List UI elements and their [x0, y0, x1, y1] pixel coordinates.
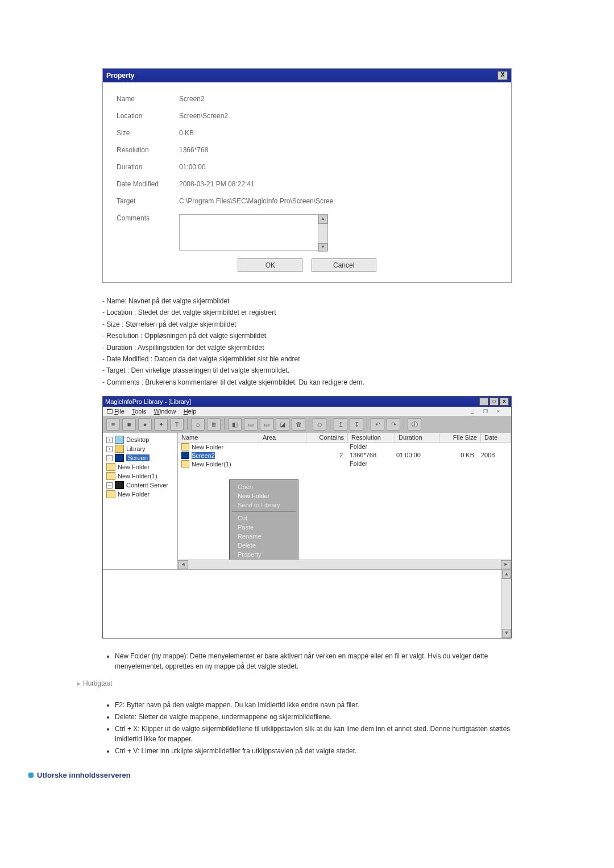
- col-resolution[interactable]: Resolution: [348, 433, 395, 442]
- section-heading: Utforske innholdsserveren: [28, 771, 512, 779]
- collapse-icon[interactable]: −: [106, 455, 113, 461]
- toolbar-btn-13[interactable]: ◇: [313, 418, 326, 431]
- minimize-icon[interactable]: _: [479, 398, 488, 406]
- list-row[interactable]: New Folder(1) Folder: [178, 460, 511, 468]
- toolbar-btn-9[interactable]: ▭: [244, 418, 258, 431]
- app-title: MagicInfoPro Library - [Library]: [105, 398, 191, 405]
- hotkey-ctrl-x: Ctrl + X: Klipper ut de valgte skjermbil…: [115, 724, 512, 744]
- toolbar: ≡ ■ ● ✦ T ⌂ 🗎 ◧ ▭ ▭ ◪ 🗑 ◇ ↥ ↧ ↶ ↷ ⓘ: [103, 416, 511, 433]
- scroll-left-icon[interactable]: ◄: [178, 560, 188, 569]
- list-row[interactable]: New Folder Folder: [178, 443, 511, 451]
- def-comments: - Comments : Brukerens kommentarer til d…: [102, 377, 512, 388]
- preview-pane: ▲ ▼: [103, 569, 511, 638]
- folder-icon: [181, 460, 189, 468]
- col-file-size[interactable]: File Size: [439, 433, 481, 442]
- tree-cs-new-folder[interactable]: New Folder: [118, 491, 150, 498]
- toolbar-btn-11[interactable]: ◪: [276, 418, 289, 431]
- comments-scrollbar[interactable]: ▲ ▼: [318, 215, 327, 250]
- ok-button[interactable]: OK: [238, 258, 302, 272]
- tree-library[interactable]: Library: [126, 445, 146, 452]
- close-icon[interactable]: X: [497, 71, 508, 80]
- maximize-icon[interactable]: □: [489, 398, 499, 406]
- mdi-close-icon[interactable]: ×: [497, 408, 500, 414]
- toolbar-btn-16[interactable]: ↶: [371, 418, 384, 431]
- ctx-send-to-library[interactable]: Send to Library: [230, 500, 298, 510]
- close-icon[interactable]: X: [500, 398, 509, 406]
- folder-icon: [106, 463, 115, 471]
- label-duration: Duration: [117, 163, 179, 171]
- toolbar-btn-2[interactable]: ■: [122, 418, 136, 431]
- ctx-delete[interactable]: Delete: [230, 541, 298, 550]
- scroll-down-icon[interactable]: ▼: [318, 243, 327, 252]
- ctx-cut[interactable]: Cut: [230, 514, 298, 523]
- folder-tree[interactable]: +Desktop +Library −Screen New Folder New…: [103, 433, 178, 569]
- col-contains[interactable]: Contains: [306, 433, 348, 442]
- collapse-icon[interactable]: −: [106, 482, 113, 489]
- toolbar-separator: [330, 418, 330, 429]
- list-row[interactable]: Screen2 2 1366*768 01:00:00 0 KB 2008: [178, 451, 511, 460]
- col-name[interactable]: Name: [178, 433, 259, 442]
- tree-screen[interactable]: Screen: [126, 454, 150, 461]
- toolbar-btn-6[interactable]: ⌂: [191, 418, 205, 431]
- col-duration[interactable]: Duration: [395, 433, 439, 442]
- library-icon: [115, 445, 124, 453]
- ctx-paste[interactable]: Paste: [230, 523, 298, 532]
- scroll-right-icon[interactable]: ►: [501, 560, 511, 569]
- toolbar-btn-12[interactable]: 🗑: [292, 418, 305, 431]
- toolbar-btn-15[interactable]: ↧: [350, 418, 363, 431]
- toolbar-btn-10[interactable]: ▭: [260, 418, 273, 431]
- menu-window[interactable]: Window: [154, 408, 176, 415]
- dialog-title: Property: [106, 72, 134, 80]
- ctx-rename[interactable]: Rename: [230, 532, 298, 541]
- value-size: 0 KB: [179, 129, 194, 137]
- mdi-restore-icon[interactable]: ❐: [483, 408, 488, 414]
- dialog-titlebar[interactable]: Property X: [103, 69, 511, 82]
- hotkey-f2: F2: Bytter navn på den valgte mappen. Du…: [115, 700, 512, 710]
- ctx-new-folder[interactable]: New Folder: [230, 491, 298, 500]
- toolbar-btn-4[interactable]: ✦: [154, 418, 168, 431]
- content-server-icon: [115, 481, 124, 489]
- app-titlebar[interactable]: MagicInfoPro Library - [Library] _ □ X: [103, 397, 511, 407]
- list-header[interactable]: Name Area Contains Resolution Duration F…: [178, 433, 511, 443]
- toolbar-btn-8[interactable]: ◧: [228, 418, 242, 431]
- tree-new-folder[interactable]: New Folder: [118, 464, 150, 470]
- label-location: Location: [117, 112, 179, 120]
- expand-icon[interactable]: +: [106, 437, 113, 443]
- toolbar-btn-1[interactable]: ≡: [106, 418, 120, 431]
- scroll-down-icon[interactable]: ▼: [502, 629, 511, 638]
- screen-file-icon: [181, 452, 189, 459]
- ctx-open[interactable]: Open: [230, 482, 298, 491]
- hotkey-heading: ▸Hurtigtast: [77, 679, 512, 687]
- col-date[interactable]: Date: [481, 433, 511, 442]
- preview-scrollbar[interactable]: ▲ ▼: [501, 570, 511, 638]
- toolbar-btn-17[interactable]: ↷: [387, 418, 400, 431]
- expand-icon[interactable]: +: [106, 446, 113, 452]
- note-new-folder-list: New Folder (ny mappe): Dette menyelement…: [102, 651, 512, 671]
- tree-new-folder-1[interactable]: New Folder(1): [118, 473, 157, 479]
- toolbar-btn-5[interactable]: T: [170, 418, 184, 431]
- menu-tools[interactable]: Tools: [132, 408, 147, 415]
- col-area[interactable]: Area: [259, 433, 306, 442]
- scroll-up-icon[interactable]: ▲: [318, 215, 327, 224]
- tree-desktop[interactable]: Desktop: [126, 436, 149, 443]
- scroll-up-icon[interactable]: ▲: [502, 570, 511, 579]
- context-menu[interactable]: Open New Folder Send to Library Cut Past…: [229, 479, 298, 562]
- menu-help[interactable]: Help: [184, 408, 197, 415]
- comments-textarea[interactable]: ▲ ▼: [179, 214, 328, 251]
- toolbar-btn-3[interactable]: ●: [138, 418, 152, 431]
- toolbar-btn-14[interactable]: ↥: [334, 418, 347, 431]
- value-resolution: 1366*768: [179, 146, 208, 154]
- toolbar-btn-18[interactable]: ⓘ: [408, 418, 421, 431]
- ctx-property[interactable]: Property: [230, 550, 298, 559]
- list-h-scrollbar[interactable]: ◄ ►: [178, 560, 511, 569]
- label-comments: Comments: [117, 214, 179, 251]
- label-target: Target: [117, 197, 179, 205]
- menu-file[interactable]: 🗔 FFileile: [106, 408, 125, 415]
- mdi-minimize-icon[interactable]: ‗: [471, 408, 474, 414]
- label-resolution: Resolution: [117, 146, 179, 154]
- property-dialog: Property X NameScreen2 LocationScreen\Sc…: [102, 68, 512, 283]
- toolbar-btn-7[interactable]: 🗎: [207, 418, 221, 431]
- cancel-button[interactable]: Cancel: [312, 258, 376, 272]
- file-list[interactable]: Name Area Contains Resolution Duration F…: [178, 433, 511, 569]
- tree-content-server[interactable]: Content Server: [126, 482, 168, 489]
